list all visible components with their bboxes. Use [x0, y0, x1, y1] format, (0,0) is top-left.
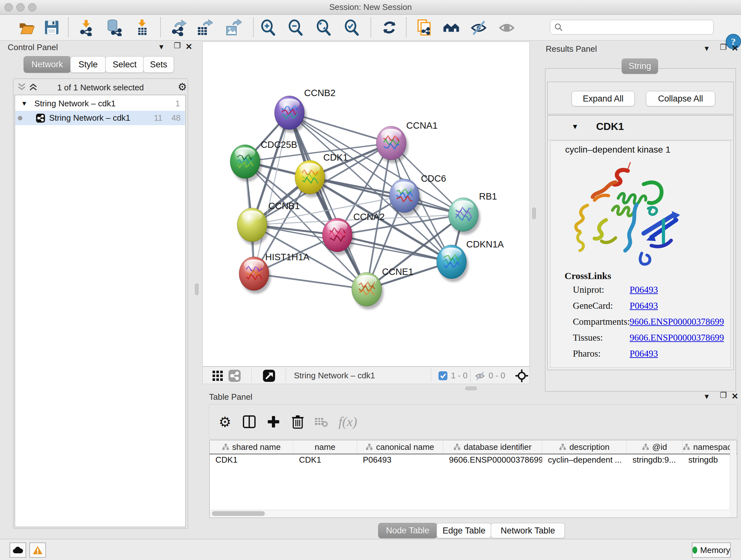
tab-edge-table[interactable]: Edge Table [436, 523, 491, 538]
table-vertical-scrollbar[interactable] [730, 440, 737, 517]
results-panel-float-icon[interactable]: ❐ [720, 43, 727, 52]
table-cell[interactable]: CDK1 [210, 455, 293, 468]
tab-node-table[interactable]: Node Table [378, 523, 437, 538]
first-neighbors-button[interactable] [441, 17, 461, 38]
node-label: CCNB1 [268, 201, 300, 211]
crosslink-link[interactable]: P06493 [630, 300, 658, 311]
import-network-file-button[interactable] [76, 17, 96, 38]
results-panel-menu-icon[interactable]: ▾ [704, 44, 709, 53]
column-header-name[interactable]: name [293, 440, 357, 454]
zoom-out-button[interactable] [285, 17, 306, 38]
table-panel-close-icon[interactable]: ✕ [731, 391, 738, 401]
table-horizontal-scrollbar[interactable] [210, 510, 730, 517]
memory-label: Memory [700, 545, 730, 555]
crosslink-link[interactable]: 9606.ENSP00000378699 [630, 332, 724, 343]
collapse-all-button[interactable]: Collapse All [646, 91, 715, 106]
tab-style[interactable]: Style [70, 56, 106, 73]
column-header-shared-name[interactable]: shared name [210, 440, 293, 454]
crosslink-link[interactable]: 9606.ENSP00000378699 [630, 316, 724, 327]
column-header-canonical-name[interactable]: canonical name [357, 440, 443, 454]
table-cell[interactable]: 9606.ENSP00000378699 [443, 455, 542, 468]
network-graph[interactable]: CCNB2CCNA1CDC25BCDK1CDC6RB1CCNB1CCNA2CDK… [203, 42, 529, 366]
network-view-canvas[interactable]: CCNB2CCNA1CDC25BCDK1CDC6RB1CCNB1CCNA2CDK… [202, 42, 530, 367]
edge-CCNB2-CCNE1[interactable] [289, 113, 367, 289]
open-session-button[interactable] [17, 17, 37, 38]
network-collection-row[interactable]: ▼ String Network – cdk1 1 [15, 97, 185, 111]
export-network-button[interactable] [169, 17, 189, 38]
node-HIST1H1A[interactable]: HIST1H1A [239, 252, 310, 294]
network-current-dot-icon [18, 116, 22, 120]
control-panel-float-icon[interactable]: ❐ [174, 41, 181, 50]
selected-checkbox[interactable] [438, 371, 448, 381]
tab-select[interactable]: Select [105, 56, 144, 73]
left-splitter-grip[interactable] [195, 284, 199, 295]
tab-sets[interactable]: Sets [143, 56, 174, 73]
save-session-button[interactable] [42, 17, 62, 38]
scrollbar-thumb[interactable] [212, 511, 265, 516]
node-CCNB2[interactable]: CCNB2 [274, 88, 335, 133]
protein-section-header[interactable]: ▼ CDK1 [548, 116, 733, 140]
column-header-database-identifier[interactable]: database identifier [443, 440, 542, 454]
control-panel-menu-icon[interactable]: ▾ [159, 42, 163, 52]
column-header--id[interactable]: @id [627, 440, 683, 454]
node-CCNA1[interactable]: CCNA1 [376, 120, 437, 163]
right-splitter-grip[interactable] [532, 207, 536, 219]
tab-network-table[interactable]: Network Table [491, 523, 565, 538]
network-view-share-button[interactable] [228, 369, 241, 382]
show-columns-button[interactable] [239, 412, 259, 432]
export-image-button[interactable] [223, 17, 243, 38]
eye-slash-small-icon [475, 371, 485, 381]
tab-network[interactable]: Network [23, 56, 71, 73]
birdseye-view-button[interactable] [263, 369, 275, 382]
expand-all-button[interactable]: Expand All [571, 91, 635, 106]
table-panel-menu-icon[interactable]: ▾ [704, 391, 709, 401]
zoom-selected-button[interactable] [341, 17, 362, 38]
import-table-file-button[interactable] [132, 17, 152, 38]
import-network-database-button[interactable] [104, 17, 124, 38]
control-panel-close-icon[interactable]: ✕ [185, 42, 192, 52]
refresh-button[interactable] [379, 17, 400, 38]
bottom-splitter-grip[interactable] [465, 387, 477, 390]
fit-selected-button[interactable] [515, 369, 528, 382]
export-table-button[interactable] [194, 17, 214, 38]
edge-HIST1H1A-CCNE1[interactable] [254, 273, 367, 289]
add-column-button[interactable] [263, 412, 284, 432]
show-grid-button[interactable] [212, 370, 223, 381]
node-RB1[interactable]: RB1 [448, 191, 497, 235]
title-bar: Session: New Session [0, 0, 741, 15]
table-panel-float-icon[interactable]: ❐ [720, 391, 727, 400]
table-cell[interactable]: cyclin–dependent ... [542, 455, 627, 468]
tab-string[interactable]: String [622, 58, 658, 74]
collection-expand-icon[interactable]: ▼ [21, 100, 27, 107]
cloud-status-button[interactable] [10, 543, 26, 558]
hide-selected-button[interactable] [468, 17, 489, 38]
node-CDC6[interactable]: CDC6 [389, 173, 446, 216]
zoom-fit-button[interactable] [313, 17, 334, 38]
hidden-items-button[interactable] [475, 371, 485, 381]
node-CCNE1[interactable]: CCNE1 [352, 266, 413, 309]
zoom-in-button[interactable] [258, 17, 278, 38]
crosslink-link[interactable]: P06493 [630, 348, 658, 359]
toolbar-separator [431, 369, 431, 382]
table-cell[interactable]: stringdb:9... [627, 455, 683, 468]
network-row-selected[interactable]: String Network – cdk1 11 48 [15, 111, 185, 125]
network-options-gear-icon[interactable]: ⚙ [178, 81, 187, 93]
search-input[interactable] [565, 22, 713, 32]
section-collapse-icon[interactable]: ▼ [571, 123, 579, 131]
delete-column-button[interactable] [287, 412, 308, 432]
column-header-namespace[interactable]: namespace [683, 440, 737, 454]
show-all-button[interactable] [496, 17, 517, 38]
crosslink-link[interactable]: P06493 [630, 285, 658, 295]
warnings-button[interactable] [29, 543, 46, 558]
table-row[interactable]: CDK1CDK1P064939606.ENSP00000378699cyclin… [210, 455, 737, 468]
column-header-description[interactable]: description [542, 440, 627, 454]
crosslinks-title: CrossLinks [564, 270, 611, 281]
table-cell[interactable]: stringdb [683, 455, 737, 468]
table-options-button[interactable]: ⚙ [215, 412, 235, 432]
memory-button[interactable]: Memory [692, 543, 731, 558]
results-panel-close-icon[interactable]: ✕ [731, 44, 738, 53]
node-CDKN1A[interactable]: CDKN1A [436, 239, 504, 282]
new-network-from-selection-button[interactable] [414, 17, 434, 38]
table-cell[interactable]: P06493 [357, 455, 443, 468]
table-cell[interactable]: CDK1 [293, 455, 357, 468]
